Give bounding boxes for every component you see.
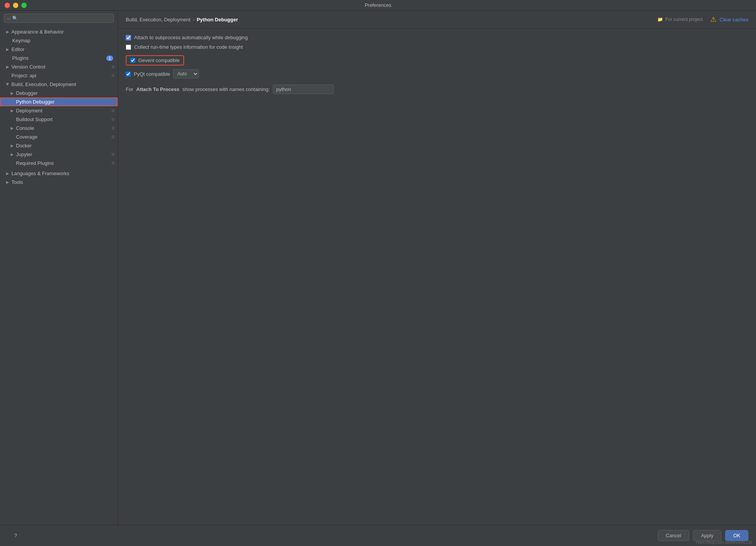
copy-icon: ⧉ bbox=[112, 99, 115, 104]
expand-arrow-icon: ▶ bbox=[11, 152, 14, 156]
cancel-button[interactable]: Cancel bbox=[658, 530, 689, 541]
sidebar-item-label: Version Control bbox=[11, 64, 110, 70]
sidebar-item-label: Plugins bbox=[6, 55, 106, 61]
sidebar-item-label: Languages & Frameworks bbox=[11, 171, 115, 176]
attach-to-process-row: For Attach To Process show processes wit… bbox=[126, 85, 748, 94]
collect-runtime-row: Collect run-time types information for c… bbox=[126, 44, 748, 50]
sidebar-item-tools[interactable]: ▶ Tools bbox=[0, 178, 118, 187]
copy-icon: ⧉ bbox=[112, 161, 115, 166]
sidebar-item-label: Appearance & Behavior bbox=[11, 29, 115, 35]
clear-caches-area: ⚠ Clear caches bbox=[710, 15, 748, 24]
for-current-project-label: For current project bbox=[665, 17, 703, 22]
attach-subprocess-checkbox-row: Attach to subprocess automatically while… bbox=[126, 35, 248, 40]
close-button[interactable] bbox=[5, 3, 10, 8]
expand-arrow-icon: ▶ bbox=[11, 126, 14, 130]
breadcrumb: Build, Execution, Deployment › Python De… bbox=[126, 17, 238, 22]
sidebar-item-label: Project: api bbox=[11, 73, 110, 78]
sidebar-item-project-api[interactable]: ▶ Project: api ⧉ bbox=[0, 71, 118, 80]
sidebar-item-editor[interactable]: ▶ Editor bbox=[0, 45, 118, 54]
header-right: 📁 For current project ⚠ Clear caches bbox=[657, 15, 748, 24]
sidebar-item-label: Deployment bbox=[16, 108, 110, 113]
plugins-badge: 1 bbox=[106, 56, 113, 61]
breadcrumb-parent: Build, Execution, Deployment bbox=[126, 17, 191, 22]
attach-to-process-prefix: For bbox=[126, 86, 133, 92]
expand-arrow-icon: ▶ bbox=[6, 47, 9, 51]
sidebar-item-docker[interactable]: ▶ Docker bbox=[0, 141, 118, 150]
expand-arrow-icon: ▶ bbox=[6, 83, 10, 86]
copy-icon: ⧉ bbox=[112, 117, 115, 122]
expand-arrow-icon: ▶ bbox=[6, 180, 9, 184]
collect-runtime-label[interactable]: Collect run-time types information for c… bbox=[134, 44, 243, 50]
project-icon: 📁 bbox=[657, 17, 663, 22]
copy-icon: ⧉ bbox=[112, 108, 115, 113]
copy-icon: ⧉ bbox=[112, 134, 115, 139]
sidebar-nav: ▶ Appearance & Behavior Keymap ▶ Editor … bbox=[0, 26, 118, 546]
pyqt-mode-select[interactable]: Auto PyQt4 PyQt5 bbox=[173, 69, 199, 78]
sidebar-item-label: Keymap bbox=[6, 38, 115, 43]
watermark: https://blog.csdn.net/beyond1150 bbox=[696, 540, 752, 544]
gevent-compatible-label[interactable]: Gevent compatible bbox=[138, 57, 179, 63]
ok-button[interactable]: OK bbox=[725, 530, 748, 541]
content-panel: Build, Execution, Deployment › Python De… bbox=[118, 11, 756, 546]
sidebar-item-jupyter[interactable]: ▶ Jupyter ⧉ bbox=[0, 150, 118, 159]
gevent-compatible-checkbox[interactable] bbox=[130, 58, 135, 63]
sidebar-item-python-debugger[interactable]: ▶ Python Debugger ⧉ bbox=[0, 97, 118, 106]
copy-icon: ⧉ bbox=[112, 126, 115, 131]
sidebar-item-buildout-support[interactable]: ▶ Buildout Support ⧉ bbox=[0, 115, 118, 124]
gevent-compatible-row: Gevent compatible bbox=[126, 55, 184, 65]
attach-subprocess-label[interactable]: Attach to subprocess automatically while… bbox=[134, 35, 248, 40]
pyqt-compatible-row: PyQt compatible Auto PyQt4 PyQt5 bbox=[126, 69, 748, 78]
collect-runtime-checkbox[interactable] bbox=[126, 45, 131, 50]
sidebar-item-appearance-behavior[interactable]: ▶ Appearance & Behavior bbox=[0, 27, 118, 36]
copy-icon: ⧉ bbox=[112, 152, 115, 157]
search-input[interactable] bbox=[12, 16, 111, 21]
bottom-bar: ? Cancel Apply OK bbox=[0, 525, 756, 546]
sidebar-item-debugger[interactable]: ▶ Debugger bbox=[0, 89, 118, 97]
attach-to-process-input[interactable] bbox=[273, 85, 334, 94]
main-container: ⌕ ▶ Appearance & Behavior Keymap ▶ Edito… bbox=[0, 11, 756, 546]
traffic-lights bbox=[5, 3, 27, 8]
sidebar-item-label: Console bbox=[16, 125, 110, 131]
collect-runtime-checkbox-row: Collect run-time types information for c… bbox=[126, 44, 243, 50]
content-header: Build, Execution, Deployment › Python De… bbox=[118, 11, 756, 29]
sidebar-item-label: Python Debugger bbox=[16, 99, 110, 105]
expand-arrow-icon: ▶ bbox=[11, 109, 14, 113]
apply-button[interactable]: Apply bbox=[693, 530, 722, 541]
minimize-button[interactable] bbox=[13, 3, 18, 8]
breadcrumb-separator: › bbox=[193, 17, 194, 22]
pyqt-compatible-checkbox[interactable] bbox=[126, 72, 131, 77]
sidebar-item-version-control[interactable]: ▶ Version Control ⧉ bbox=[0, 62, 118, 71]
sidebar-item-deployment[interactable]: ▶ Deployment ⧉ bbox=[0, 106, 118, 115]
pyqt-compatible-label[interactable]: PyQt compatible bbox=[134, 71, 170, 77]
sidebar-item-label: Editor bbox=[11, 46, 115, 52]
sidebar-item-languages-frameworks[interactable]: ▶ Languages & Frameworks bbox=[0, 169, 118, 178]
window-title: Preferences bbox=[365, 2, 391, 8]
title-bar: Preferences bbox=[0, 0, 756, 11]
sidebar-item-label: Debugger bbox=[16, 90, 115, 96]
sidebar-item-label: Build, Execution, Deployment bbox=[11, 81, 115, 87]
maximize-button[interactable] bbox=[21, 3, 27, 8]
sidebar-item-console[interactable]: ▶ Console ⧉ bbox=[0, 124, 118, 133]
help-button[interactable]: ? bbox=[8, 531, 24, 540]
sidebar-item-label: Required Plugins bbox=[16, 160, 110, 166]
attach-subprocess-row: Attach to subprocess automatically while… bbox=[126, 35, 748, 40]
expand-arrow-icon: ▶ bbox=[6, 65, 9, 69]
sidebar-item-plugins[interactable]: Plugins 1 bbox=[0, 54, 118, 62]
expand-arrow-icon: ▶ bbox=[11, 91, 14, 95]
sidebar-item-build-execution-deployment[interactable]: ▶ Build, Execution, Deployment bbox=[0, 80, 118, 89]
sidebar-item-keymap[interactable]: Keymap bbox=[0, 36, 118, 45]
warning-icon: ⚠ bbox=[710, 15, 716, 24]
attach-subprocess-checkbox[interactable] bbox=[126, 35, 131, 40]
breadcrumb-current: Python Debugger bbox=[197, 17, 238, 22]
search-box[interactable]: ⌕ bbox=[4, 14, 114, 23]
clear-caches-button[interactable]: Clear caches bbox=[719, 17, 748, 22]
expand-arrow-icon: ▶ bbox=[6, 30, 9, 34]
search-icon: ⌕ bbox=[7, 16, 10, 21]
sidebar-item-required-plugins[interactable]: ▶ Required Plugins ⧉ bbox=[0, 159, 118, 168]
expand-arrow-icon: ▶ bbox=[6, 171, 9, 176]
content-body: Attach to subprocess automatically while… bbox=[118, 29, 756, 546]
sidebar-item-coverage[interactable]: ▶ Coverage ⧉ bbox=[0, 133, 118, 141]
for-current-project: 📁 For current project bbox=[657, 17, 703, 22]
copy-icon: ⧉ bbox=[112, 73, 115, 78]
attach-to-process-suffix: show processes with names containing: bbox=[183, 86, 270, 92]
